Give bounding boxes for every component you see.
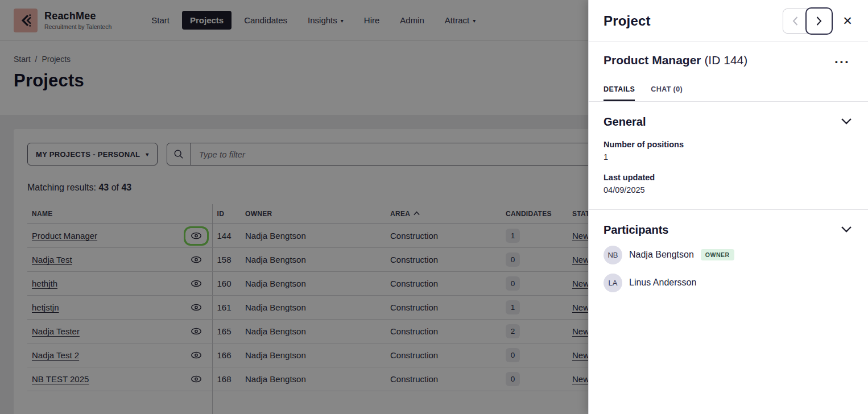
ellipsis-icon: ···	[834, 54, 850, 69]
tab-chat[interactable]: CHAT (0)	[651, 85, 683, 101]
collapse-general-button[interactable]	[840, 117, 853, 127]
project-id: (ID 144)	[704, 53, 747, 67]
project-detail-panel: Project ✕ Product Manager (ID 144) ··· D…	[588, 0, 868, 414]
panel-tabs: DETAILS CHAT (0)	[589, 71, 868, 102]
participant-row: NB Nadja Bengtson OWNER	[604, 246, 853, 264]
project-name: Product Manager	[604, 53, 701, 67]
owner-badge: OWNER	[701, 249, 734, 260]
project-heading: Product Manager (ID 144)	[604, 53, 831, 67]
panel-header: Project ✕	[589, 0, 868, 42]
chevron-down-icon	[841, 226, 852, 233]
more-actions-button[interactable]: ···	[831, 53, 853, 71]
general-section: General Number of positions 1 Last updat…	[589, 102, 868, 210]
project-title-row: Product Manager (ID 144) ···	[589, 42, 868, 71]
project-pager	[783, 9, 832, 34]
close-panel-button[interactable]: ✕	[836, 10, 859, 32]
close-icon: ✕	[842, 14, 853, 27]
tab-details[interactable]: DETAILS	[604, 85, 635, 101]
general-heading: General	[604, 115, 840, 129]
chevron-left-icon	[792, 16, 799, 26]
chevron-right-icon	[816, 16, 822, 26]
participants-heading: Participants	[604, 223, 840, 237]
general-section-header[interactable]: General	[604, 115, 853, 129]
participant-row: LA Linus Andersson	[604, 274, 853, 292]
collapse-participants-button[interactable]	[840, 225, 853, 235]
field-last-updated: Last updated 04/09/2025	[604, 173, 853, 194]
participants-section: Participants NB Nadja Bengtson OWNER LA …	[589, 210, 868, 307]
avatar: LA	[604, 274, 622, 292]
panel-title: Project	[604, 13, 783, 29]
avatar: NB	[604, 246, 622, 264]
previous-project-button[interactable]	[783, 9, 807, 33]
chevron-down-icon	[841, 118, 852, 125]
participants-section-header[interactable]: Participants	[604, 223, 853, 237]
next-project-button[interactable]	[807, 9, 832, 34]
field-number-of-positions: Number of positions 1	[604, 140, 853, 162]
